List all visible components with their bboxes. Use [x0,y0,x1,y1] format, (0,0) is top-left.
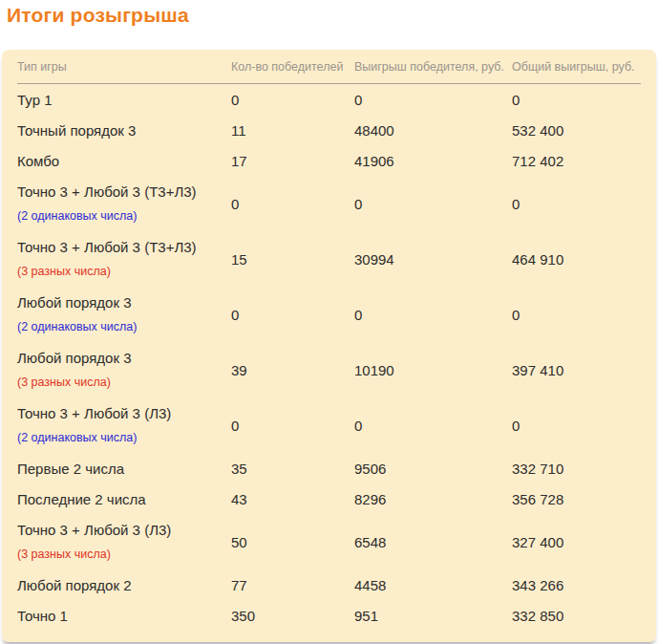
table-row: Точно 3 + Любой 3 (Т3+Л3)(3 разных числа… [17,231,641,287]
game-note-label: (2 одинаковых числа) [17,209,137,223]
table-row: Точно 3 + Любой 3 (Т3+Л3)(2 одинаковых ч… [17,176,641,231]
winner-prize-cell: 8296 [354,483,512,514]
winners-count-cell: 350 [231,600,354,631]
game-type-cell: Последние 2 числа [17,483,231,514]
game-name-label: Точно 1 [17,608,68,624]
column-header-winners-count: Кол-во победителей [231,60,354,74]
winners-count-cell: 39 [231,342,354,397]
winner-prize-cell: 10190 [354,342,512,397]
game-note-label: (3 разных числа) [17,265,111,278]
results-page: Итоги розыгрыша Тип игры Кол-во победите… [0,4,658,644]
game-name-label: Точно 3 + Любой 3 (Т3+Л3) [17,239,197,255]
table-row: Любой порядок 3(3 разных числа)391019039… [17,342,641,397]
game-note-label: (3 разных числа) [17,376,111,389]
game-name-label: Точный порядок 3 [17,122,136,139]
total-prize-cell: 332 710 [512,453,641,483]
table-row: Последние 2 числа438296356 728 [17,483,641,514]
winners-count-cell: 17 [231,145,354,176]
winners-count-cell: 11 [231,115,354,145]
game-type-cell: Тур 1 [17,84,231,115]
column-header-winner-prize: Выигрыш победителя, руб. [354,60,512,74]
table-header-row: Тип игры Кол-во победителей Выигрыш побе… [17,50,641,84]
winners-count-cell: 0 [231,84,354,115]
winner-prize-cell: 9506 [354,453,512,483]
table-row: Первые 2 числа359506332 710 [17,453,641,483]
game-type-cell: Комбо [17,145,231,176]
winners-count-cell: 0 [231,287,354,342]
winner-prize-cell: 0 [354,84,512,115]
game-note-label: (3 разных числа) [17,547,111,561]
winners-count-cell: 43 [231,483,354,514]
game-name-label: Первые 2 числа [17,461,124,477]
winner-prize-cell: 951 [354,600,512,631]
winners-count-cell: 77 [231,569,354,600]
game-name-label: Любой порядок 3 [17,294,132,311]
game-name-label: Точно 3 + Любой 3 (Л3) [17,522,171,538]
column-header-total-prize: Общий выигрыш, руб. [512,60,641,74]
total-prize-cell: 0 [512,84,641,115]
table-body: Тур 1000Точный порядок 31148400532 400Ко… [17,84,641,631]
game-name-label: Комбо [17,153,59,169]
game-type-cell: Первые 2 числа [17,453,231,483]
game-name-label: Любой порядок 3 [17,350,132,366]
table-row: Любой порядок 2774458343 266 [17,569,641,600]
total-prize-cell: 532 400 [512,115,641,145]
page-title: Итоги розыгрыша [7,4,658,27]
winners-count-cell: 15 [231,231,354,287]
table-row: Точный порядок 31148400532 400 [17,115,641,145]
winner-prize-cell: 6548 [354,514,512,569]
game-type-cell: Любой порядок 3(3 разных числа) [17,342,231,397]
table-row: Точно 1350951332 850 [17,600,641,631]
winner-prize-cell: 0 [354,176,512,231]
table-row: Точно 3 + Любой 3 (Л3)(3 разных числа)50… [17,514,641,569]
winners-count-cell: 0 [231,176,354,231]
game-type-cell: Точно 3 + Любой 3 (Л3)(3 разных числа) [17,514,231,569]
winner-prize-cell: 0 [354,397,512,453]
game-type-cell: Точно 3 + Любой 3 (Л3)(2 одинаковых числ… [17,397,231,453]
total-prize-cell: 712 402 [512,145,641,176]
winners-count-cell: 35 [231,453,354,483]
table-row: Тур 1000 [17,84,641,115]
winner-prize-cell: 48400 [354,115,512,145]
game-name-label: Точно 3 + Любой 3 (Л3) [17,405,171,421]
total-prize-cell: 0 [512,287,641,342]
table-row: Любой порядок 3(2 одинаковых числа)000 [17,287,641,342]
winner-prize-cell: 0 [354,287,512,342]
total-prize-cell: 356 728 [512,483,641,514]
game-note-label: (2 одинаковых числа) [17,431,137,444]
game-name-label: Последние 2 числа [17,491,146,507]
game-type-cell: Любой порядок 3(2 одинаковых числа) [17,287,231,342]
game-type-cell: Точно 3 + Любой 3 (Т3+Л3)(2 одинаковых ч… [17,176,231,231]
game-note-label: (2 одинаковых числа) [17,320,137,333]
game-type-cell: Любой порядок 2 [17,569,231,600]
game-type-cell: Точно 3 + Любой 3 (Т3+Л3)(3 разных числа… [17,231,231,287]
game-name-label: Тур 1 [17,92,53,108]
game-type-cell: Точный порядок 3 [17,115,231,145]
total-prize-cell: 0 [512,176,641,231]
winner-prize-cell: 30994 [354,231,512,287]
table-row: Комбо1741906712 402 [17,145,641,176]
game-name-label: Точно 3 + Любой 3 (Т3+Л3) [17,183,197,200]
total-prize-cell: 397 410 [512,342,641,397]
total-prize-cell: 343 266 [512,569,641,600]
winners-count-cell: 50 [231,514,354,569]
table-row: Точно 3 + Любой 3 (Л3)(2 одинаковых числ… [17,397,641,453]
total-prize-cell: 332 850 [512,600,641,631]
total-prize-cell: 0 [512,397,641,453]
total-prize-cell: 327 400 [512,514,641,569]
winner-prize-cell: 4458 [354,569,512,600]
total-prize-cell: 464 910 [512,231,641,287]
game-type-cell: Точно 1 [17,600,231,631]
column-header-game-type: Тип игры [17,60,231,74]
game-name-label: Любой порядок 2 [17,577,132,593]
winner-prize-cell: 41906 [354,145,512,176]
results-panel: Тип игры Кол-во победителей Выигрыш побе… [2,50,656,642]
winners-count-cell: 0 [231,397,354,453]
